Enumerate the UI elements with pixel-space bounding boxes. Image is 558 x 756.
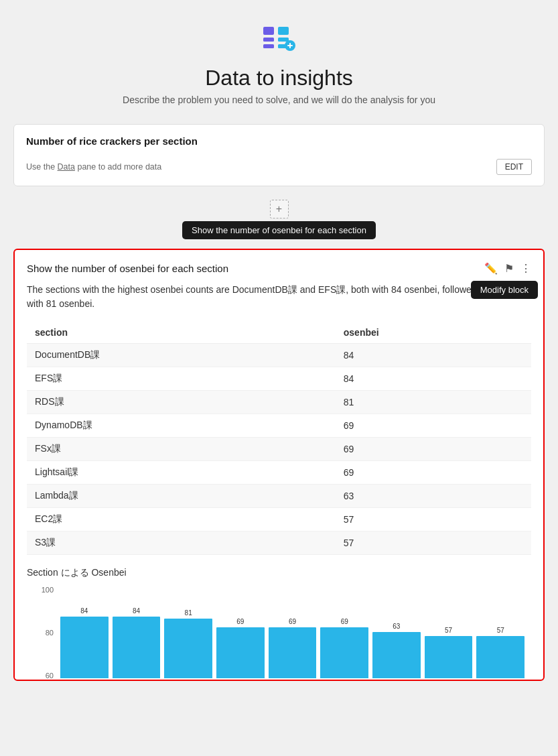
cell-osenbei: 69 — [336, 438, 531, 461]
chart-bar — [216, 627, 265, 678]
bar-value-label: 81 — [185, 609, 192, 617]
chart-container: 100 80 60 848481696969635757 — [27, 586, 531, 680]
cell-osenbei: 84 — [336, 367, 531, 391]
add-step-tooltip: Show the number of osenbei for each sect… — [182, 221, 376, 239]
chart-bar-group: 57 — [476, 627, 525, 678]
table-row: S3課57 — [27, 531, 531, 555]
chart-bar — [113, 617, 161, 678]
chart-section: Section による Osenbei 100 80 60 8484816969… — [27, 567, 531, 680]
table-row: DynamoDB課69 — [27, 414, 531, 438]
result-header: Show the number of osenbei for each sect… — [27, 262, 531, 275]
chart-bar — [372, 632, 421, 678]
bar-value-label: 69 — [289, 618, 296, 625]
y-label-100: 100 — [33, 586, 54, 594]
svg-rect-8 — [289, 43, 291, 48]
cell-osenbei: 69 — [336, 414, 531, 438]
cell-osenbei: 57 — [336, 531, 531, 555]
cell-osenbei: 57 — [336, 508, 531, 531]
svg-rect-3 — [278, 27, 289, 35]
result-actions: ✏️ ⚑ ⋮ Modify block — [484, 262, 531, 275]
data-table: section osenbei DocumentDB課84EFS課84RDS課8… — [27, 322, 531, 555]
result-block: Show the number of osenbei for each sect… — [13, 249, 545, 681]
chart-bar-group: 81 — [164, 609, 212, 678]
query-card: Number of rice crackers per section Use … — [13, 124, 545, 186]
cell-osenbei: 69 — [336, 461, 531, 485]
svg-rect-4 — [278, 38, 289, 42]
cell-section: Lambda課 — [27, 485, 336, 508]
chart-bar — [60, 617, 109, 678]
table-row: RDS課81 — [27, 391, 531, 414]
edit-icon[interactable]: ✏️ — [484, 262, 498, 275]
result-description: The sections with the highest osenbei co… — [27, 283, 531, 311]
table-row: Lambda課63 — [27, 485, 531, 508]
y-label-80: 80 — [33, 629, 54, 637]
table-row: DocumentDB課84 — [27, 344, 531, 367]
table-row: FSx課69 — [27, 438, 531, 461]
table-row: Lightsail課69 — [27, 461, 531, 485]
cell-section: Lightsail課 — [27, 461, 336, 485]
chart-bar-group: 69 — [216, 618, 265, 678]
col-section: section — [27, 322, 336, 344]
cell-section: DocumentDB課 — [27, 344, 336, 367]
chart-bar — [164, 619, 212, 678]
data-insights-icon — [261, 20, 298, 60]
bar-value-label: 69 — [341, 618, 348, 625]
cell-section: S3課 — [27, 531, 336, 555]
y-label-60: 60 — [33, 672, 54, 680]
table-row: EFS課84 — [27, 367, 531, 391]
more-icon[interactable]: ⋮ — [520, 262, 531, 275]
chart-bar-group: 69 — [269, 618, 317, 678]
flag-icon[interactable]: ⚑ — [504, 262, 514, 275]
svg-rect-1 — [263, 38, 274, 42]
page-container: Data to insights Describe the problem yo… — [0, 0, 558, 756]
bar-value-label: 84 — [133, 607, 140, 615]
bar-value-label: 57 — [497, 627, 504, 634]
add-step-button[interactable]: + — [270, 200, 289, 218]
result-block-title: Show the number of osenbei for each sect… — [27, 263, 484, 274]
chart-bar-group: 57 — [425, 627, 473, 678]
cell-osenbei: 63 — [336, 485, 531, 508]
chart-bar — [320, 627, 368, 678]
chart-y-axis: 100 80 60 — [33, 586, 54, 680]
cell-section: EFS課 — [27, 367, 336, 391]
chart-bar — [476, 636, 525, 678]
chart-title: Section による Osenbei — [27, 567, 531, 579]
chart-bar-group: 63 — [372, 623, 421, 678]
chart-bar-group: 84 — [113, 607, 161, 678]
chart-bar — [425, 636, 473, 678]
cell-osenbei: 81 — [336, 391, 531, 414]
query-hint: Use the Data pane to add more data — [26, 162, 161, 172]
query-title: Number of rice crackers per section — [26, 135, 532, 147]
bar-value-label: 63 — [393, 623, 400, 630]
bar-value-label: 69 — [236, 618, 244, 625]
chart-bar-group: 84 — [60, 607, 109, 678]
modify-block-tooltip: Modify block — [471, 281, 538, 299]
cell-section: FSx課 — [27, 438, 336, 461]
bar-value-label: 57 — [445, 627, 452, 634]
cell-section: RDS課 — [27, 391, 336, 414]
table-row: EC2課57 — [27, 508, 531, 531]
header: Data to insights Describe the problem yo… — [13, 20, 545, 105]
svg-rect-0 — [263, 27, 274, 35]
svg-rect-2 — [263, 44, 274, 48]
query-footer: Use the Data pane to add more data EDIT — [26, 159, 532, 175]
add-step-container: + Show the number of osenbei for each se… — [13, 200, 545, 245]
page-title: Data to insights — [205, 66, 353, 90]
bar-value-label: 84 — [80, 607, 88, 615]
cell-section: DynamoDB課 — [27, 414, 336, 438]
cell-osenbei: 84 — [336, 344, 531, 367]
edit-button[interactable]: EDIT — [496, 159, 532, 175]
chart-bars-area: 848481696969635757 — [60, 592, 525, 680]
page-subtitle: Describe the problem you need to solve, … — [123, 94, 435, 105]
cell-section: EC2課 — [27, 508, 336, 531]
chart-bar — [269, 627, 317, 678]
chart-bar-group: 69 — [320, 618, 368, 678]
col-osenbei: osenbei — [336, 322, 531, 344]
